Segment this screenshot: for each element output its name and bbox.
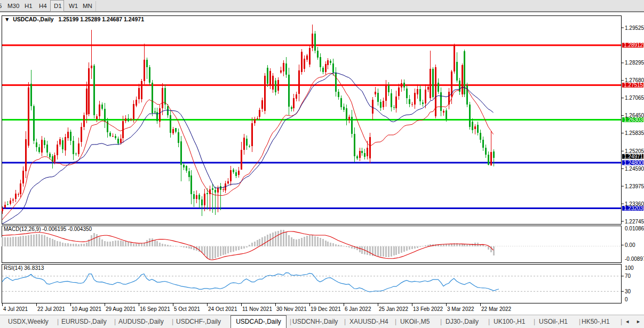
svg-text:1.24800: 1.24800 [624, 160, 643, 166]
svg-text:3 Mar 2022: 3 Mar 2022 [447, 306, 474, 312]
svg-text:MACD(12,26,9) -0.006195 -0.004: MACD(12,26,9) -0.006195 -0.004350 [4, 226, 92, 232]
svg-text:4 Jul 2021: 4 Jul 2021 [3, 306, 28, 312]
svg-text:13 Feb 2022: 13 Feb 2022 [413, 306, 443, 312]
svg-text:1.24971: 1.24971 [624, 154, 643, 159]
svg-text:11 Nov 2021: 11 Nov 2021 [242, 306, 272, 312]
svg-text:1.24590: 1.24590 [625, 166, 644, 172]
svg-text:1.26303: 1.26303 [624, 117, 643, 123]
svg-text:0: 0 [625, 297, 628, 302]
svg-text:1.23203: 1.23203 [624, 205, 643, 211]
svg-text:5 Oct 2021: 5 Oct 2021 [174, 306, 200, 312]
svg-text:70: 70 [625, 273, 631, 279]
svg-text:10 Aug 2021: 10 Aug 2021 [71, 306, 102, 312]
svg-text:30 Nov 2021: 30 Nov 2021 [276, 306, 307, 312]
svg-text:22 Mar 2022: 22 Mar 2022 [481, 306, 512, 312]
svg-text:22 Jul 2021: 22 Jul 2021 [37, 306, 65, 312]
svg-text:1.28912: 1.28912 [624, 42, 643, 48]
svg-text:-0.008974: -0.008974 [625, 256, 644, 262]
svg-text:24 Oct 2021: 24 Oct 2021 [208, 306, 237, 312]
svg-text:19 Dec 2021: 19 Dec 2021 [311, 306, 341, 312]
svg-text:6 Jan 2022: 6 Jan 2022 [345, 306, 371, 312]
svg-text:RSI(14) 36.8313: RSI(14) 36.8313 [4, 265, 44, 271]
svg-text:1.27065: 1.27065 [625, 95, 644, 101]
svg-text:1.27515: 1.27515 [624, 82, 643, 88]
svg-text:1.25835: 1.25835 [625, 130, 644, 136]
svg-text:1.23975: 1.23975 [625, 183, 644, 189]
svg-text:▼ USDCAD-,Daily 1.25199 1.2: ▼ USDCAD-,Daily 1.25199 1.25289 1.24687 … [4, 16, 144, 22]
svg-text:1.28295: 1.28295 [625, 60, 644, 66]
svg-text:25 Jan 2022: 25 Jan 2022 [379, 306, 408, 312]
svg-text:1.29525: 1.29525 [625, 25, 644, 31]
svg-text:1.22745: 1.22745 [625, 219, 644, 225]
svg-text:100: 100 [625, 265, 634, 271]
svg-text:0.00: 0.00 [625, 242, 635, 248]
svg-text:29 Aug 2021: 29 Aug 2021 [106, 306, 136, 312]
svg-text:30: 30 [625, 289, 631, 294]
svg-text:16 Sep 2021: 16 Sep 2021 [140, 306, 170, 312]
svg-text:0.010869: 0.010869 [625, 226, 644, 231]
